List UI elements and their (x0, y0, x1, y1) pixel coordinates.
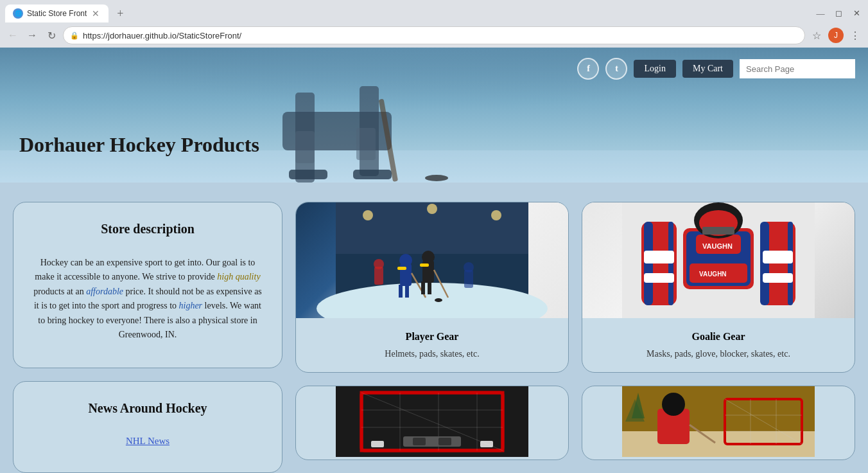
profile-avatar[interactable]: J (828, 28, 844, 43)
svg-rect-63 (403, 436, 461, 447)
svg-rect-66 (371, 441, 384, 447)
svg-text:VAUGHN: VAUGHN (699, 271, 727, 278)
store-description-body: Hockey can be an expensive sport to get … (33, 256, 263, 342)
outdoor-hockey-svg (582, 386, 855, 457)
browser-toolbar: ← → ↻ 🔒 https://jdorhauer.github.io/Stat… (0, 23, 868, 48)
favicon-letter: 🌐 (15, 10, 22, 17)
svg-point-14 (363, 210, 373, 220)
goalie-gear-info: Goalie Gear Masks, pads, glove, blocker,… (582, 318, 855, 372)
news-title: News Around Hockey (33, 401, 263, 416)
svg-point-31 (374, 259, 384, 269)
store-description-title: Store description (33, 222, 263, 236)
close-window-button[interactable]: ✕ (850, 7, 863, 20)
svg-point-15 (427, 204, 437, 214)
svg-rect-50 (763, 273, 793, 283)
svg-text:VAUGHN: VAUGHN (702, 242, 733, 250)
player-gear-name: Player Gear (309, 331, 555, 343)
lock-icon: 🔒 (70, 31, 79, 40)
back-button[interactable]: ← (5, 28, 21, 43)
svg-point-24 (422, 251, 435, 263)
svg-rect-20 (399, 285, 403, 298)
header-nav: f t Login My Cart (577, 58, 855, 80)
svg-rect-30 (374, 267, 383, 285)
refresh-button[interactable]: ↻ (44, 28, 59, 43)
store-description-card: Store description Hockey can be an expen… (13, 202, 282, 368)
left-column: Store description Hockey can be an expen… (13, 202, 282, 473)
search-input[interactable] (740, 59, 855, 78)
svg-rect-32 (464, 270, 473, 288)
bottom-product-card-1[interactable] (295, 386, 569, 460)
address-bar[interactable]: 🔒 https://jdorhauer.github.io/StaticStor… (63, 26, 805, 44)
cart-button[interactable]: My Cart (682, 60, 733, 78)
player-gear-image (296, 202, 568, 318)
svg-rect-6 (295, 131, 315, 163)
svg-rect-2 (289, 170, 327, 179)
url-text: https://jdorhauer.github.io/StaticStoreF… (83, 31, 241, 40)
hockey-game-svg (296, 202, 568, 318)
goalie-gear-svg: VAUGHN VAUGHN (582, 202, 855, 318)
svg-rect-53 (702, 227, 734, 235)
new-tab-button[interactable]: + (111, 4, 129, 22)
svg-rect-64 (413, 438, 426, 445)
svg-rect-39 (644, 273, 674, 283)
svg-rect-21 (405, 285, 409, 298)
main-content: Store description Hockey can be an expen… (0, 183, 868, 473)
svg-rect-38 (644, 251, 674, 263)
svg-point-18 (399, 254, 412, 267)
site-header: f t Login My Cart Dorhauer Hockey Produc… (0, 48, 868, 183)
twitter-icon: t (615, 64, 618, 74)
svg-point-16 (491, 210, 501, 220)
svg-rect-49 (763, 251, 793, 263)
window-controls: — ◻ ✕ (814, 7, 863, 20)
player-gear-card[interactable]: Player Gear Helmets, pads, skates, etc. (295, 202, 569, 373)
news-card: News Around Hockey NHL News (13, 381, 282, 473)
svg-point-29 (435, 298, 442, 302)
svg-rect-4 (353, 170, 392, 179)
goalie-gear-image: VAUGHN VAUGHN (582, 202, 855, 318)
site-title: Dorhauer Hockey Products (19, 133, 259, 157)
facebook-icon: f (587, 64, 590, 74)
hockey-background-image (0, 73, 868, 183)
facebook-button[interactable]: f (577, 58, 599, 80)
player-gear-description: Helmets, pads, skates, etc. (309, 349, 555, 359)
bookmark-icon[interactable]: ☆ (809, 28, 824, 43)
svg-rect-25 (420, 263, 429, 267)
bottom-products-grid (295, 386, 855, 460)
tab-close-button[interactable]: ✕ (91, 8, 101, 19)
svg-rect-65 (438, 438, 451, 445)
highlight-higher: higher (179, 301, 203, 310)
products-grid: Player Gear Helmets, pads, skates, etc. (295, 202, 855, 373)
browser-chrome: 🌐 Static Store Front ✕ + — ◻ ✕ ← → ↻ 🔒 h… (0, 0, 868, 48)
svg-point-9 (425, 175, 448, 181)
svg-rect-19 (397, 267, 406, 270)
browser-menu-icon[interactable]: ⋮ (847, 28, 863, 43)
goalie-gear-name: Goalie Gear (595, 331, 842, 343)
goalie-gear-description: Masks, pads, glove, blocker, skates, etc… (595, 349, 842, 359)
svg-rect-67 (480, 441, 493, 447)
forward-button[interactable]: → (24, 28, 40, 43)
browser-titlebar: 🌐 Static Store Front ✕ + — ◻ ✕ (0, 0, 868, 23)
twitter-button[interactable]: t (605, 58, 627, 80)
bottom-product-card-2[interactable] (582, 386, 855, 460)
highlight-quality: high quality (217, 272, 260, 281)
svg-point-33 (464, 262, 474, 272)
goalie-gear-card[interactable]: VAUGHN VAUGHN (582, 202, 855, 373)
highlight-affordable: affordable (86, 287, 123, 296)
svg-point-77 (662, 393, 685, 416)
svg-rect-7 (356, 128, 376, 160)
login-button[interactable]: Login (634, 60, 675, 78)
player-gear-info: Player Gear Helmets, pads, skates, etc. (296, 318, 568, 372)
right-column: Player Gear Helmets, pads, skates, etc. (295, 202, 855, 473)
tab-favicon: 🌐 (13, 8, 23, 19)
svg-rect-27 (428, 281, 431, 294)
maximize-button[interactable]: ◻ (832, 7, 845, 20)
minimize-button[interactable]: — (814, 7, 827, 20)
nhl-news-link[interactable]: NHL News (126, 436, 169, 446)
svg-rect-26 (421, 281, 425, 294)
hockey-goal-svg (296, 386, 568, 457)
tab-title: Static Store Front (27, 9, 87, 18)
browser-tab[interactable]: 🌐 Static Store Front ✕ (5, 4, 108, 22)
